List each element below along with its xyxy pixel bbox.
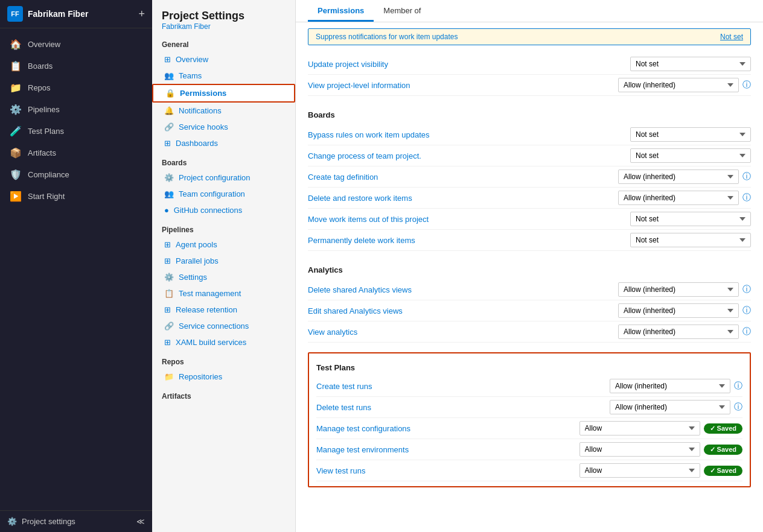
saved-badge: ✓ Saved: [704, 466, 742, 476]
menu-item-team-configuration[interactable]: 👥 Team configuration: [152, 186, 295, 202]
analytics-section-title: Analytics: [308, 261, 751, 274]
info-icon[interactable]: ⓘ: [742, 80, 751, 90]
menu-item-label: Parallel jobs: [176, 256, 219, 265]
permission-label: Delete shared Analytics views: [308, 285, 618, 294]
tab-member-of[interactable]: Member of: [374, 0, 430, 22]
permission-select[interactable]: Not setAllowDenyAllow (inherited)Deny (i…: [579, 421, 700, 435]
menu-icon: ⊞: [164, 240, 171, 249]
analytics-permissions-section: AnalyticsDelete shared Analytics viewsNo…: [308, 261, 751, 343]
menu-icon: 👥: [164, 71, 174, 80]
permission-select[interactable]: Not setAllowDenyAllow (inherited)Deny (i…: [630, 212, 751, 226]
info-icon[interactable]: ⓘ: [742, 192, 751, 203]
sidebar-item-start-right[interactable]: ▶️ Start Right: [0, 185, 152, 207]
info-icon[interactable]: ⓘ: [742, 284, 751, 295]
menu-item-label: Teams: [179, 71, 202, 80]
info-icon[interactable]: ⓘ: [734, 402, 742, 413]
menu-item-teams[interactable]: 👥 Teams: [152, 68, 295, 84]
menu-icon: ⊞: [164, 256, 171, 265]
sidebar-item-pipelines[interactable]: ⚙️ Pipelines: [0, 98, 152, 120]
sidebar-label-test-plans: Test Plans: [28, 127, 64, 136]
permission-select[interactable]: Not setAllowDenyAllow (inherited)Deny (i…: [579, 463, 700, 478]
permission-select[interactable]: Not setAllowDenyAllow (inherited)Deny (i…: [610, 379, 730, 393]
permission-select[interactable]: Not setAllowDenyAllow (inherited)Deny (i…: [630, 233, 751, 247]
menu-icon: ⚙️: [164, 173, 174, 182]
permission-label: Permanently delete work items: [308, 236, 630, 245]
sidebar-item-repos[interactable]: 📁 Repos: [0, 77, 152, 98]
info-icon[interactable]: ⓘ: [742, 171, 751, 182]
menu-item-project-configuration[interactable]: ⚙️ Project configuration: [152, 169, 295, 186]
project-settings-link[interactable]: ⚙️ Project settings ≪: [0, 510, 152, 532]
permission-label: Edit shared Analytics views: [308, 306, 618, 315]
menu-item-xaml-build-services[interactable]: ⊞ XAML build services: [152, 334, 295, 350]
info-icon[interactable]: ⓘ: [734, 381, 742, 391]
permission-select[interactable]: Not setAllowDenyAllow (inherited)Deny (i…: [630, 148, 751, 163]
permission-select[interactable]: Not setAllowDenyAllow (inherited)Deny (i…: [579, 442, 700, 457]
sidebar-item-test-plans[interactable]: 🧪 Test Plans: [0, 120, 152, 142]
menu-item-overview[interactable]: ⊞ Overview: [152, 51, 295, 68]
permission-select[interactable]: Not setAllowDenyAllow (inherited)Deny (i…: [618, 78, 739, 92]
sidebar-item-artifacts[interactable]: 📦 Artifacts: [0, 142, 152, 163]
boards-permissions-section: BoardsBypass rules on work item updatesN…: [308, 106, 751, 251]
permission-select[interactable]: Not setAllowDenyAllow (inherited)Deny (i…: [618, 325, 739, 339]
permission-row: Bypass rules on work item updatesNot set…: [308, 124, 751, 145]
permission-label: Delete and restore work items: [308, 194, 618, 203]
info-icon[interactable]: ⓘ: [742, 305, 751, 316]
menu-item-test-management[interactable]: 📋 Test management: [152, 285, 295, 302]
permission-row: View project-level informationNot setAll…: [308, 75, 751, 96]
sidebar-label-pipelines: Pipelines: [28, 105, 60, 114]
permission-select[interactable]: Not setAllowDenyAllow (inherited)Deny (i…: [630, 57, 751, 71]
menu-item-label: XAML build services: [176, 338, 246, 347]
menu-item-settings[interactable]: ⚙️ Settings: [152, 269, 295, 285]
menu-item-repositories[interactable]: 📁 Repositories: [152, 369, 295, 385]
sidebar-label-start-right: Start Right: [28, 192, 65, 201]
menu-item-github-connections[interactable]: ● GitHub connections: [152, 202, 295, 218]
sidebar-item-boards[interactable]: 📋 Boards: [0, 55, 152, 77]
menu-icon: ●: [164, 206, 169, 215]
test-plans-section-title: Test Plans: [316, 358, 742, 372]
permission-row: Permanently delete work itemsNot setAllo…: [308, 230, 751, 251]
sidebar-item-overview[interactable]: 🏠 Overview: [0, 33, 152, 55]
menu-item-label: Settings: [179, 273, 207, 282]
menu-item-service-hooks[interactable]: 🔗 Service hooks: [152, 119, 295, 135]
menu-item-notifications[interactable]: 🔔 Notifications: [152, 103, 295, 119]
permission-row: Edit shared Analytics viewsNot setAllowD…: [308, 300, 751, 321]
permission-label: Manage test environments: [316, 445, 579, 454]
permission-label: Manage test configurations: [316, 424, 579, 433]
permission-select[interactable]: Not setAllowDenyAllow (inherited)Deny (i…: [618, 303, 739, 318]
permission-select[interactable]: Not setAllowDenyAllow (inherited)Deny (i…: [610, 400, 730, 414]
sidebar-label-overview: Overview: [28, 40, 60, 49]
sidebar-item-compliance[interactable]: 🛡️ Compliance: [0, 163, 152, 185]
menu-item-label: Service connections: [179, 321, 249, 331]
general-permissions-section: Update project visibilityNot setAllowDen…: [308, 54, 751, 96]
menu-item-release-retention[interactable]: ⊞ Release retention: [152, 302, 295, 318]
org-icon: FF: [7, 6, 23, 22]
artifacts-icon: 📦: [10, 147, 22, 159]
tab-permissions[interactable]: Permissions: [308, 0, 374, 22]
menu-icon: ⊞: [164, 305, 171, 314]
menu-item-parallel-jobs[interactable]: ⊞ Parallel jobs: [152, 253, 295, 269]
info-icon[interactable]: ⓘ: [742, 326, 751, 337]
permission-row: Create test runsNot setAllowDenyAllow (i…: [316, 376, 742, 397]
permission-select[interactable]: Not setAllowDenyAllow (inherited)Deny (i…: [630, 127, 751, 142]
menu-icon: 🔔: [164, 106, 174, 115]
menu-item-service-connections[interactable]: 🔗 Service connections: [152, 318, 295, 334]
sidebar-label-boards: Boards: [28, 62, 53, 71]
permission-select[interactable]: Not setAllowDenyAllow (inherited)Deny (i…: [618, 191, 739, 205]
menu-item-label: Overview: [176, 55, 208, 64]
menu-item-permissions[interactable]: 🔒 Permissions: [152, 84, 295, 103]
add-project-button[interactable]: +: [138, 8, 145, 21]
permission-select[interactable]: Not setAllowDenyAllow (inherited)Deny (i…: [618, 169, 739, 184]
menu-item-dashboards[interactable]: ⊞ Dashboards: [152, 135, 295, 151]
nav-items: 🏠 Overview📋 Boards📁 Repos⚙️ Pipelines🧪 T…: [0, 28, 152, 510]
banner-link[interactable]: Not set: [720, 33, 743, 41]
org-name: Fabrikam Fiber: [28, 9, 133, 19]
section-label-pipelines: Pipelines: [152, 218, 295, 236]
menu-item-label: GitHub connections: [174, 206, 242, 215]
org-header[interactable]: FF Fabrikam Fiber +: [0, 0, 152, 28]
menu-icon: 🔗: [164, 122, 174, 131]
menu-item-label: Release retention: [176, 305, 237, 314]
permission-select[interactable]: Not setAllowDenyAllow (inherited)Deny (i…: [618, 282, 739, 297]
collapse-icon[interactable]: ≪: [136, 517, 145, 526]
permission-row: Delete shared Analytics viewsNot setAllo…: [308, 279, 751, 300]
menu-item-agent-pools[interactable]: ⊞ Agent pools: [152, 236, 295, 253]
